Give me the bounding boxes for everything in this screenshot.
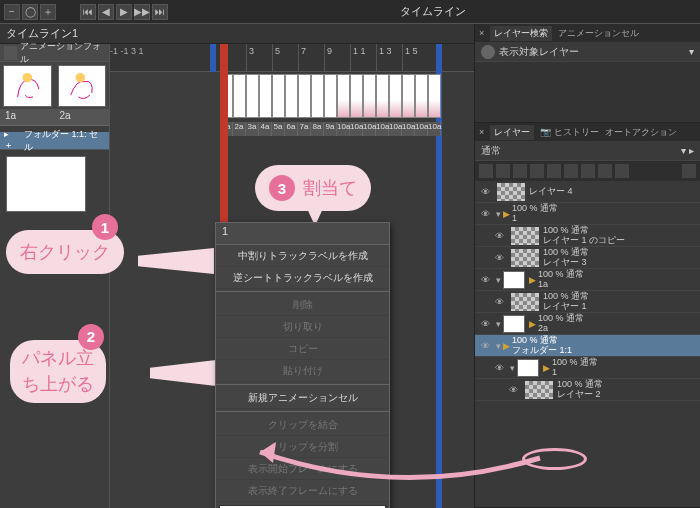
- ruler-negative: -1 -1 3 1: [110, 46, 210, 56]
- layer-tool-icon[interactable]: [615, 164, 629, 178]
- layer-row[interactable]: 👁▾▶100 % 通常フォルダー 1:1: [475, 335, 700, 357]
- ruler-tick: 1 1: [350, 44, 376, 72]
- close-icon[interactable]: ×: [479, 127, 484, 137]
- frame-cell[interactable]: [233, 74, 246, 118]
- frame-cell[interactable]: [389, 74, 402, 118]
- timeline-ruler[interactable]: -1 -1 3 1 135791 11 31 5: [110, 44, 474, 72]
- layer-row[interactable]: 👁100 % 通常レイヤー 1: [475, 291, 700, 313]
- ctx-menu-item: クリップを分割: [216, 436, 389, 458]
- svg-point-0: [22, 73, 32, 83]
- ctx-menu-item: コピー: [216, 338, 389, 360]
- layer-row[interactable]: 👁▾▶100 % 通常1: [475, 357, 700, 379]
- layer-tool-icon[interactable]: [547, 164, 561, 178]
- cell-thumbnail-2a[interactable]: [58, 65, 107, 107]
- frame-cell[interactable]: [428, 74, 441, 118]
- layer-tool-icon[interactable]: [496, 164, 510, 178]
- trash-icon[interactable]: [682, 164, 696, 178]
- right-panel-stack: × レイヤー検索 アニメーションセル 表示対象レイヤー ▾ × レイヤー 📷 ヒ…: [475, 24, 700, 508]
- ctx-menu-item[interactable]: 中割りトラックラベルを作成: [216, 245, 389, 267]
- cell-label: 1a: [3, 110, 52, 125]
- layer-row[interactable]: 👁100 % 通常レイヤー 3: [475, 247, 700, 269]
- folder-label: フォルダー 1:1: セル: [24, 128, 105, 154]
- frame-strip[interactable]: [220, 72, 441, 120]
- frame-cell[interactable]: [376, 74, 389, 118]
- layer-tool-icon[interactable]: [564, 164, 578, 178]
- ctx-menu-item: 切り取り: [216, 316, 389, 338]
- minus-icon[interactable]: −: [4, 4, 20, 20]
- close-icon[interactable]: ×: [479, 28, 484, 38]
- layer-tool-icon[interactable]: [479, 164, 493, 178]
- layer-row[interactable]: 👁▾▶100 % 通常1a: [475, 269, 700, 291]
- chevron-down-icon[interactable]: ▾ ▸: [681, 145, 694, 156]
- frame-cell[interactable]: [324, 74, 337, 118]
- frame-cell[interactable]: [246, 74, 259, 118]
- frame-number: 10a: [363, 122, 376, 136]
- tab-autoaction[interactable]: オートアクション: [605, 126, 677, 139]
- cel-preview-thumbnail[interactable]: [6, 156, 86, 212]
- layer-tool-icon[interactable]: [581, 164, 595, 178]
- frame-cell[interactable]: [285, 74, 298, 118]
- ctx-menu-item: クリップを結合: [216, 414, 389, 436]
- eye-icon[interactable]: [481, 45, 495, 59]
- frame-number: 4a: [259, 122, 272, 136]
- play-icon[interactable]: ▶: [116, 4, 132, 20]
- annotation-bubble-2: 2 パネル立 ち上がる: [10, 340, 106, 403]
- tab-history[interactable]: 📷 ヒストリー: [540, 126, 599, 139]
- annotation-bubble-3: 3 割当て: [255, 165, 371, 211]
- frame-number: 5a: [272, 122, 285, 136]
- frame-cell[interactable]: [298, 74, 311, 118]
- layer-row[interactable]: 👁▾▶100 % 通常2a: [475, 313, 700, 335]
- animation-folder-header[interactable]: アニメーションフォル: [0, 44, 109, 62]
- next-icon[interactable]: ▶▶: [134, 4, 150, 20]
- frame-cell[interactable]: [272, 74, 285, 118]
- layer-list: 👁レイヤー 4👁▾▶100 % 通常1👁100 % 通常レイヤー 1 のコピー👁…: [475, 181, 700, 507]
- context-menu: 1 中割りトラックラベルを作成逆シートトラックラベルを作成削除切り取りコピー貼り…: [215, 222, 390, 508]
- chevron-down-icon[interactable]: ▾: [689, 46, 694, 57]
- layer-row[interactable]: 👁100 % 通常レイヤー 1 のコピー: [475, 225, 700, 247]
- prev-icon[interactable]: ◀: [98, 4, 114, 20]
- frame-cell[interactable]: [415, 74, 428, 118]
- frame-number: 10a: [350, 122, 363, 136]
- ruler-tick: 1 5: [402, 44, 428, 72]
- annotation-bubble-1: 1 右クリック: [6, 230, 124, 274]
- ctx-menu-item: 表示開始フレームにする: [216, 458, 389, 480]
- frame-number: 6a: [285, 122, 298, 136]
- display-target-label: 表示対象レイヤー: [499, 45, 579, 59]
- frame-number: 8a: [311, 122, 324, 136]
- window-title: タイムライン: [170, 4, 696, 19]
- blend-mode-label[interactable]: 通常: [481, 144, 501, 158]
- frame-number: 10a: [389, 122, 402, 136]
- layer-row[interactable]: 👁▾▶100 % 通常1: [475, 203, 700, 225]
- tab-layer-search[interactable]: レイヤー検索: [490, 26, 552, 41]
- frame-cell[interactable]: [311, 74, 324, 118]
- ctx-menu-item[interactable]: 新規アニメーションセル: [216, 387, 389, 409]
- frame-cell[interactable]: [402, 74, 415, 118]
- go-start-icon[interactable]: ⏮: [80, 4, 96, 20]
- layer-row[interactable]: 👁レイヤー 4: [475, 181, 700, 203]
- frame-number: 2a: [233, 122, 246, 136]
- folder-icon: [4, 46, 17, 60]
- frame-number: 10a: [415, 122, 428, 136]
- layer-tool-icon[interactable]: [530, 164, 544, 178]
- frame-cell[interactable]: [259, 74, 272, 118]
- search-icon[interactable]: ◯: [22, 4, 38, 20]
- ctx-menu-item[interactable]: 逆シートトラックラベルを作成: [216, 267, 389, 289]
- frame-number: 9a: [324, 122, 337, 136]
- frame-cell[interactable]: [350, 74, 363, 118]
- ruler-tick: 7: [298, 44, 324, 72]
- annotation-number-1: 1: [92, 214, 118, 240]
- go-end-icon[interactable]: ⏭: [152, 4, 168, 20]
- frame-cell[interactable]: [363, 74, 376, 118]
- tab-animation-cel[interactable]: アニメーションセル: [558, 27, 639, 40]
- plus-icon[interactable]: ＋: [40, 4, 56, 20]
- frame-cell[interactable]: [337, 74, 350, 118]
- layer-tool-icon[interactable]: [598, 164, 612, 178]
- layer-row[interactable]: 👁100 % 通常レイヤー 2: [475, 379, 700, 401]
- layer-tool-icon[interactable]: [513, 164, 527, 178]
- frame-number: 10a: [376, 122, 389, 136]
- frame-number: 7a: [298, 122, 311, 136]
- cell-thumbnail-1a[interactable]: [3, 65, 52, 107]
- tab-layer[interactable]: レイヤー: [490, 125, 534, 140]
- timeline-folder-row[interactable]: ▸ ＋ フォルダー 1:1: セル: [0, 132, 109, 150]
- ctx-menu-item: 削除: [216, 294, 389, 316]
